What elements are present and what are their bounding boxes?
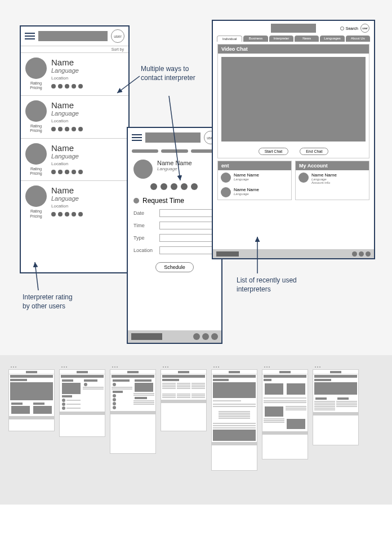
bullet-icon <box>133 198 139 204</box>
interpreter-location: Location <box>51 204 124 209</box>
recent-language: Language <box>234 192 259 196</box>
nav-individual[interactable]: Individual <box>217 36 242 42</box>
interpreter-name: Name <box>51 185 124 195</box>
account-item[interactable]: Name Name Language Account info <box>296 170 369 187</box>
thumbnail <box>59 369 105 437</box>
interpreter-language: Language <box>51 110 124 117</box>
footer-icon[interactable] <box>366 251 371 257</box>
start-chat-button[interactable]: Start Chat <box>259 148 289 155</box>
recent-item[interactable]: Name NameLanguage <box>218 170 291 185</box>
avatar-icon <box>221 187 231 197</box>
account-info: Account info <box>311 181 337 184</box>
my-account-panel: My Account Name Name Language Account in… <box>295 161 369 200</box>
tab-bar[interactable] <box>128 147 221 155</box>
interpreter-name: Name <box>51 143 124 153</box>
desktop-nav: Individual Business Interpreter News Lan… <box>213 36 374 42</box>
list-item[interactable]: RatingPricing Name Language Location <box>21 139 128 182</box>
profile-name: Name Name <box>157 160 192 166</box>
footer-icon[interactable] <box>193 333 200 340</box>
recent-name: Name Name <box>234 187 259 192</box>
logo-placeholder <box>38 31 108 41</box>
schedule-button[interactable]: Schedule <box>155 262 194 272</box>
recent-name: Name Name <box>234 173 259 178</box>
contact-method-icons[interactable] <box>128 183 221 194</box>
footer-logo <box>131 333 162 340</box>
video-chat-title: Video Chat <box>218 45 369 54</box>
time-input[interactable] <box>159 222 216 229</box>
interpreter-name: Name <box>51 100 124 110</box>
annotation-rating: Interpreter rating by other users <box>23 293 79 311</box>
interpreter-location: Location <box>51 161 124 166</box>
rating-pricing-label: RatingPricing <box>30 209 42 219</box>
desktop-header: Search user <box>213 21 374 36</box>
nav-news[interactable]: News <box>295 36 319 42</box>
recent-language: Language <box>234 178 259 181</box>
video-chat-panel: Video Chat Start Chat End Chat <box>217 44 369 158</box>
end-chat-button[interactable]: End Chat <box>300 148 328 155</box>
footer-icon[interactable] <box>352 251 357 257</box>
mobile-header: user <box>128 128 221 147</box>
thumbnail <box>313 369 359 445</box>
thumbnail <box>262 369 308 459</box>
time-label: Time <box>133 223 156 228</box>
type-label: Type <box>133 235 156 241</box>
interpreter-language: Language <box>51 153 124 160</box>
annotation-contact: Multiple ways to contact interpreter <box>141 65 203 82</box>
recent-title: ent <box>218 161 291 170</box>
mobile-header: user <box>21 26 128 46</box>
user-avatar-button[interactable]: user <box>360 24 369 33</box>
thumbnail <box>161 369 207 431</box>
profile-header: Name Name Language <box>128 155 221 183</box>
date-input[interactable] <box>159 209 216 217</box>
bottom-nav <box>128 330 221 343</box>
main-wireframe-panel: user Sort by RatingPricing Name Language… <box>0 0 392 355</box>
rating-pricing-label: RatingPricing <box>30 167 42 176</box>
avatar-icon <box>299 173 309 183</box>
list-item[interactable]: RatingPricing Name Language Location <box>21 181 128 223</box>
nav-interpreter[interactable]: Interpreter <box>269 36 293 42</box>
location-input[interactable] <box>159 246 216 254</box>
thumbnail <box>8 369 55 431</box>
avatar-icon <box>25 185 47 207</box>
logo-placeholder <box>145 132 201 143</box>
interpreter-language: Language <box>51 195 124 202</box>
thumbnail-strip <box>0 355 392 505</box>
logo-placeholder <box>271 24 316 33</box>
type-input[interactable] <box>159 234 216 242</box>
search-toggle[interactable]: Search <box>340 26 358 30</box>
footer-logo <box>216 251 239 257</box>
footer-icon[interactable] <box>211 333 218 340</box>
contact-icons[interactable] <box>51 170 124 174</box>
account-name: Name Name <box>311 173 337 178</box>
avatar-icon <box>133 160 153 179</box>
nav-about[interactable]: About Us <box>346 36 370 42</box>
avatar-icon <box>25 143 47 165</box>
interpreter-name: Name <box>51 58 124 67</box>
list-item[interactable]: RatingPricing Name Language Location <box>21 53 128 96</box>
video-placeholder <box>221 57 366 142</box>
mobile-list-screen: user Sort by RatingPricing Name Language… <box>20 25 130 273</box>
desktop-footer <box>213 249 374 258</box>
request-time-heading: Request Time <box>128 194 221 207</box>
annotation-recent: List of recently used interpreters <box>237 276 304 294</box>
footer-icon[interactable] <box>202 333 209 340</box>
rating-pricing-label: RatingPricing <box>30 124 42 134</box>
avatar-icon <box>221 173 231 183</box>
contact-icons[interactable] <box>51 84 124 89</box>
list-item[interactable]: RatingPricing Name Language Location <box>21 96 128 139</box>
recent-item[interactable]: Name NameLanguage <box>218 185 291 200</box>
contact-icons[interactable] <box>51 127 124 131</box>
sort-by-button[interactable]: Sort by <box>21 46 128 53</box>
nav-languages[interactable]: Languages <box>320 36 344 42</box>
profile-language: Language <box>157 166 192 171</box>
hamburger-icon[interactable] <box>132 134 142 141</box>
avatar-icon <box>25 58 47 79</box>
interpreter-location: Location <box>51 118 124 123</box>
nav-business[interactable]: Business <box>243 36 268 42</box>
contact-icons[interactable] <box>51 212 124 216</box>
footer-icon[interactable] <box>359 251 364 257</box>
desktop-screen: Search user Individual Business Interpre… <box>212 20 375 259</box>
date-label: Date <box>133 210 156 216</box>
user-avatar-button[interactable]: user <box>111 29 124 43</box>
hamburger-icon[interactable] <box>25 33 35 39</box>
